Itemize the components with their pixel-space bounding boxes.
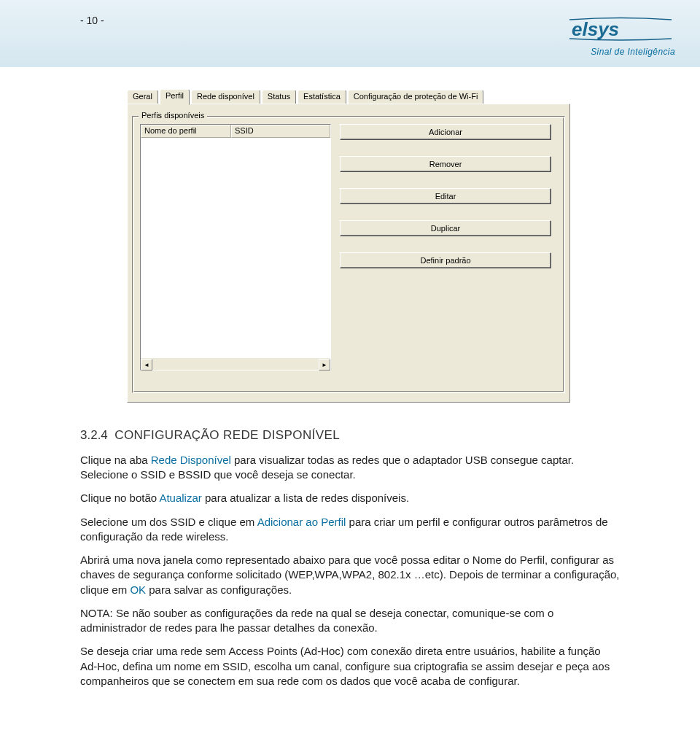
add-button[interactable]: Adicionar	[340, 124, 551, 140]
scroll-left-button[interactable]: ◄	[141, 359, 152, 370]
listview-body[interactable]	[141, 138, 330, 358]
section-title: CONFIGURAÇÃO REDE DISPONÍVEL	[114, 428, 340, 442]
paragraph-2: Clique no botão Atualizar para atualizar…	[80, 491, 620, 505]
link-adicionar-perfil: Adicionar ao Perfil	[257, 516, 346, 528]
column-nome-do-perfil[interactable]: Nome do perfil	[141, 125, 231, 138]
edit-button[interactable]: Editar	[340, 188, 551, 204]
paragraph-6: Se deseja criar uma rede sem Access Poin…	[80, 644, 620, 688]
wifi-config-dialog: Geral Perfil Rede disponível Status Esta…	[127, 88, 570, 403]
paragraph-3: Selecione um dos SSID e clique em Adicio…	[80, 515, 620, 545]
link-rede-disponivel: Rede Disponível	[151, 454, 231, 466]
elsys-logo: elsys	[566, 13, 675, 42]
paragraph-4: Abrirá uma nova janela como representado…	[80, 553, 620, 597]
brand-tagline: Sinal de Inteligência	[566, 47, 675, 57]
groupbox-legend: Perfis disponíveis	[139, 111, 207, 120]
svg-text:elsys: elsys	[572, 18, 619, 40]
page-body: Geral Perfil Rede disponível Status Esta…	[0, 88, 700, 688]
section-number: 3.2.4	[80, 428, 108, 442]
paragraph-1: Clique na aba Rede Disponível para visua…	[80, 453, 620, 483]
brand-block: elsys Sinal de Inteligência	[566, 13, 675, 57]
duplicate-button[interactable]: Duplicar	[340, 220, 551, 236]
tab-status[interactable]: Status	[262, 90, 296, 104]
page-header: - 10 - elsys Sinal de Inteligência	[0, 0, 700, 67]
tab-rede-disponivel[interactable]: Rede disponível	[191, 90, 260, 104]
profiles-area: Nome do perfil SSID ◄ ► Adicion	[140, 124, 557, 385]
profiles-groupbox: Perfis disponíveis Nome do perfil SSID	[132, 116, 565, 393]
tab-protecao-wifi[interactable]: Configuração de proteção de Wi-Fi	[348, 90, 484, 104]
section-body: 3.2.4 CONFIGURAÇÃO REDE DISPONÍVEL Cliqu…	[80, 427, 620, 688]
link-ok: OK	[130, 583, 146, 596]
profiles-listview[interactable]: Nome do perfil SSID ◄ ►	[140, 124, 331, 370]
document-page: - 10 - elsys Sinal de Inteligência Geral…	[0, 0, 700, 741]
section-heading: 3.2.4 CONFIGURAÇÃO REDE DISPONÍVEL	[80, 427, 620, 444]
listview-header: Nome do perfil SSID	[141, 125, 330, 138]
scroll-right-button[interactable]: ►	[319, 359, 330, 370]
horizontal-scrollbar[interactable]: ◄ ►	[141, 358, 330, 370]
tab-bar: Geral Perfil Rede disponível Status Esta…	[127, 88, 570, 104]
page-number: - 10 -	[80, 15, 104, 26]
remove-button[interactable]: Remover	[340, 156, 551, 172]
column-ssid[interactable]: SSID	[231, 125, 330, 138]
groupbox-inner: Nome do perfil SSID ◄ ► Adicion	[133, 117, 564, 392]
tab-estatistica[interactable]: Estatística	[298, 90, 346, 104]
tab-geral[interactable]: Geral	[127, 90, 158, 104]
tab-perfil[interactable]: Perfil	[160, 89, 190, 105]
tab-panel: Perfis disponíveis Nome do perfil SSID	[127, 104, 570, 403]
link-atualizar: Atualizar	[159, 492, 201, 504]
profile-actions: Adicionar Remover Editar Duplicar Defini…	[340, 124, 551, 385]
paragraph-note: NOTA: Se não souber as configurações da …	[80, 606, 620, 636]
set-default-button[interactable]: Definir padrão	[340, 252, 551, 268]
